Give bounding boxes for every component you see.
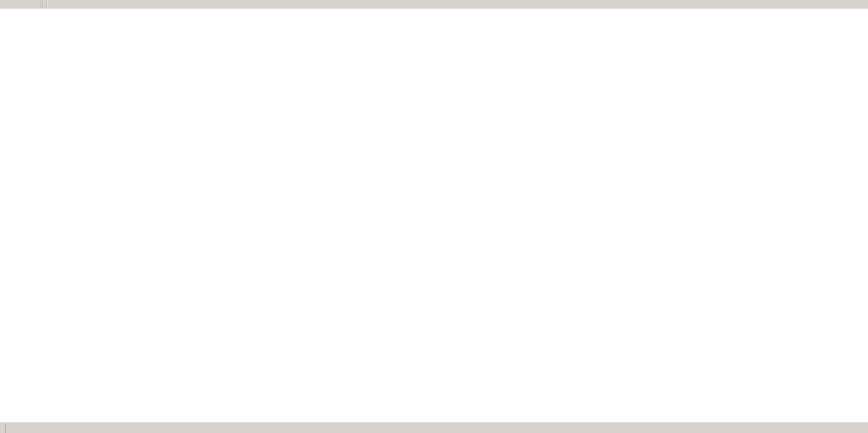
chart-tab-bar [0, 422, 868, 433]
mt4-terminal-window [0, 0, 868, 433]
main-chart-canvas[interactable] [0, 9, 868, 422]
text-tool-button[interactable] [6, 0, 22, 9]
tab-bar-lead [0, 424, 6, 433]
crosshair-tool-button[interactable] [23, 0, 38, 9]
toolbar-grip[interactable] [40, 1, 43, 8]
toolbar-separator [46, 1, 47, 8]
chart-area [0, 9, 868, 422]
toolbar [0, 0, 868, 9]
